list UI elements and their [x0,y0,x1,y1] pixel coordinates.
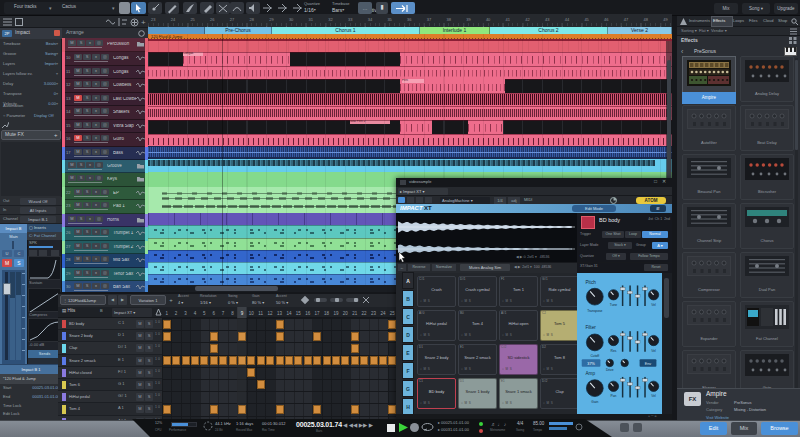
svg-text:37%: 37% [587,362,595,366]
svg-text:5: 5 [203,311,206,316]
svg-text:45: 45 [584,17,589,22]
svg-text:Amp: Amp [585,371,595,376]
svg-text:24: 24 [380,311,386,316]
svg-text:24: 24 [171,17,176,22]
svg-text:39: 39 [466,17,471,22]
svg-text:38: 38 [447,17,452,22]
svg-text:Filter: Filter [585,325,596,330]
svg-text:Vel: Vel [651,303,656,307]
svg-text:21: 21 [352,311,358,316]
svg-text:Res: Res [611,349,617,353]
svg-text:35: 35 [387,17,392,22]
svg-text:Pan: Pan [611,394,617,398]
svg-text:36: 36 [407,17,412,22]
svg-text:11: 11 [258,311,263,316]
svg-text:32: 32 [328,17,333,22]
svg-text:3: 3 [184,311,187,316]
svg-text:20: 20 [343,311,349,316]
svg-text:Tune: Tune [610,303,617,307]
svg-text:1: 1 [165,311,168,316]
svg-text:14: 14 [286,311,292,316]
svg-text:47: 47 [624,17,629,22]
svg-text:19: 19 [333,311,339,316]
svg-text:22: 22 [362,311,368,316]
svg-text:10: 10 [249,311,255,316]
svg-text:8: 8 [231,311,234,316]
svg-text:48: 48 [644,17,649,22]
svg-text:Vel: Vel [651,394,656,398]
svg-text:6: 6 [212,311,215,316]
svg-text:Drive: Drive [606,368,614,372]
svg-text:18: 18 [324,311,330,316]
svg-text:17: 17 [315,311,321,316]
svg-text:31: 31 [309,17,314,22]
svg-text:40: 40 [486,17,491,22]
svg-text:41: 41 [506,17,511,22]
svg-text:37: 37 [427,17,432,22]
svg-text:44: 44 [565,17,570,22]
svg-text:Cutoff: Cutoff [590,354,599,358]
svg-text:Transpose: Transpose [587,309,602,313]
svg-text:27: 27 [230,17,235,22]
svg-text:25: 25 [190,17,195,22]
svg-text:16: 16 [305,311,311,316]
svg-text:7: 7 [222,311,225,316]
svg-text:26: 26 [210,17,215,22]
svg-text:28: 28 [250,17,255,22]
svg-text:49: 49 [663,17,668,22]
svg-text:34: 34 [368,17,373,22]
svg-text:Pitch: Pitch [585,280,596,285]
svg-text:42: 42 [525,17,530,22]
svg-text:Gain: Gain [591,400,598,404]
svg-text:2: 2 [175,311,178,316]
svg-text:4: 4 [194,311,197,316]
svg-text:33: 33 [348,17,353,22]
svg-text:12: 12 [268,311,274,316]
svg-text:43: 43 [545,17,550,22]
svg-text:46: 46 [604,17,609,22]
svg-text:29: 29 [269,17,274,22]
svg-text:25: 25 [390,311,396,316]
svg-text:Vel: Vel [651,349,656,353]
svg-text:15: 15 [296,311,302,316]
svg-text:23: 23 [151,17,156,22]
svg-text:13: 13 [277,311,283,316]
svg-text:23: 23 [371,311,377,316]
svg-text:Env: Env [645,362,652,366]
svg-text:30: 30 [289,17,294,22]
